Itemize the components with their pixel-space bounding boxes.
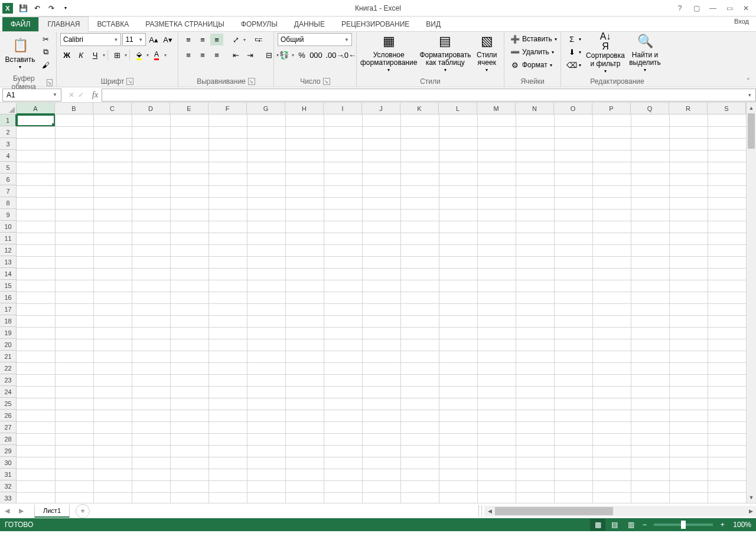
- scroll-up-icon[interactable]: ▲: [747, 103, 756, 113]
- row-header[interactable]: 26: [0, 410, 17, 421]
- row-header[interactable]: 8: [0, 197, 17, 209]
- save-icon[interactable]: 💾: [17, 2, 30, 15]
- cells-area[interactable]: [17, 115, 746, 503]
- column-header[interactable]: C: [93, 103, 132, 115]
- add-sheet-button[interactable]: +: [76, 504, 90, 518]
- find-select-button[interactable]: 🔍 Найти и выделить▾: [627, 33, 663, 73]
- normal-view-icon[interactable]: ▦: [590, 519, 605, 531]
- fx-icon[interactable]: fx: [89, 90, 102, 100]
- row-header[interactable]: 21: [0, 351, 17, 362]
- format-painter-icon[interactable]: 🖌: [39, 59, 52, 71]
- row-header[interactable]: 11: [0, 233, 17, 244]
- font-dialog-launcher[interactable]: ↘: [126, 78, 133, 85]
- row-header[interactable]: 29: [0, 445, 17, 457]
- select-all-corner[interactable]: [0, 103, 17, 115]
- fill-color-icon[interactable]: ⬙: [132, 49, 145, 61]
- insert-cells-button[interactable]: ➕Вставить▾: [508, 33, 559, 45]
- align-dialog-launcher[interactable]: ↘: [248, 78, 255, 85]
- scroll-right-icon[interactable]: ▶: [745, 506, 756, 516]
- clear-button[interactable]: ⌫▾: [565, 59, 584, 71]
- column-header[interactable]: G: [247, 103, 285, 115]
- cell-styles-button[interactable]: ▧ Стили ячеек▾: [474, 33, 500, 73]
- row-header[interactable]: 15: [0, 280, 17, 292]
- undo-icon[interactable]: ↶: [31, 2, 44, 15]
- column-header[interactable]: B: [55, 103, 93, 115]
- vscroll-thumb[interactable]: [748, 113, 755, 149]
- italic-button[interactable]: К: [74, 49, 87, 61]
- column-header[interactable]: J: [362, 103, 400, 115]
- sort-filter-button[interactable]: A↓Я Сортировка и фильтр▾: [586, 33, 625, 73]
- page-layout-view-icon[interactable]: ▤: [607, 519, 622, 531]
- row-header[interactable]: 5: [0, 162, 17, 174]
- align-center-icon[interactable]: ≡: [196, 49, 209, 61]
- font-size-combo[interactable]: 11▼: [122, 33, 146, 46]
- maximize-icon[interactable]: ▭: [722, 2, 737, 14]
- scroll-left-icon[interactable]: ◀: [484, 506, 495, 516]
- tab-data[interactable]: ДАННЫЕ: [286, 17, 333, 31]
- increase-indent-icon[interactable]: ⇥: [243, 49, 256, 61]
- column-header[interactable]: D: [132, 103, 170, 115]
- decrease-indent-icon[interactable]: ⇤: [229, 49, 242, 61]
- zoom-in-icon[interactable]: +: [718, 521, 727, 529]
- comma-format-icon[interactable]: 000: [309, 49, 322, 61]
- percent-format-icon[interactable]: %: [295, 49, 308, 61]
- minimize-icon[interactable]: —: [705, 2, 721, 14]
- format-cells-button[interactable]: ⚙Формат▾: [508, 59, 555, 71]
- border-icon[interactable]: ⊞: [110, 49, 123, 61]
- row-header[interactable]: 16: [0, 292, 17, 303]
- row-header[interactable]: 27: [0, 421, 17, 433]
- column-header[interactable]: M: [477, 103, 516, 115]
- row-header[interactable]: 19: [0, 327, 17, 339]
- copy-icon[interactable]: ⧉: [39, 46, 52, 58]
- row-header[interactable]: 33: [0, 492, 17, 503]
- sign-in-link[interactable]: Вход: [731, 18, 752, 25]
- tab-view[interactable]: ВИД: [418, 17, 449, 31]
- paste-button[interactable]: 📋 Вставить ▾: [4, 33, 37, 73]
- decrease-font-icon[interactable]: A▾: [161, 34, 174, 45]
- decrease-decimal-icon[interactable]: .0←: [343, 49, 356, 61]
- tab-page-layout[interactable]: РАЗМЕТКА СТРАНИЦЫ: [137, 17, 233, 31]
- tab-formulas[interactable]: ФОРМУЛЫ: [233, 17, 286, 31]
- align-left-icon[interactable]: ≡: [182, 49, 195, 61]
- row-header[interactable]: 2: [0, 126, 17, 138]
- row-header[interactable]: 7: [0, 185, 17, 197]
- tab-file[interactable]: ФАЙЛ: [2, 17, 38, 31]
- sheet-nav-next-icon[interactable]: ▶: [14, 504, 28, 518]
- column-header[interactable]: I: [324, 103, 362, 115]
- row-header[interactable]: 31: [0, 469, 17, 480]
- align-middle-icon[interactable]: ≡: [196, 34, 209, 45]
- column-header[interactable]: S: [708, 103, 746, 115]
- row-header[interactable]: 32: [0, 480, 17, 492]
- column-header[interactable]: A: [17, 103, 55, 115]
- row-header[interactable]: 3: [0, 138, 17, 150]
- row-header[interactable]: 10: [0, 221, 17, 233]
- zoom-level[interactable]: 100%: [733, 521, 751, 529]
- enter-formula-icon[interactable]: ✓: [78, 91, 84, 99]
- row-header[interactable]: 25: [0, 398, 17, 410]
- row-header[interactable]: 14: [0, 268, 17, 280]
- row-header[interactable]: 23: [0, 374, 17, 386]
- font-color-icon[interactable]: A: [150, 49, 163, 61]
- underline-button[interactable]: Ч: [89, 49, 102, 61]
- tab-review[interactable]: РЕЦЕНЗИРОВАНИЕ: [333, 17, 418, 31]
- orientation-icon[interactable]: ⤢: [229, 34, 242, 45]
- row-header[interactable]: 13: [0, 256, 17, 268]
- clipboard-dialog-launcher[interactable]: ↘: [47, 79, 53, 86]
- row-header[interactable]: 17: [0, 303, 17, 315]
- number-format-combo[interactable]: Общий▼: [278, 33, 352, 46]
- align-bottom-icon[interactable]: ≡: [210, 34, 223, 45]
- column-header[interactable]: K: [400, 103, 439, 115]
- fill-button[interactable]: ⬇▾: [565, 46, 584, 58]
- wrap-text-icon[interactable]: ⮓: [252, 34, 265, 45]
- row-header[interactable]: 30: [0, 457, 17, 469]
- row-header[interactable]: 24: [0, 386, 17, 398]
- column-header[interactable]: E: [170, 103, 208, 115]
- column-header[interactable]: O: [554, 103, 592, 115]
- tab-home[interactable]: ГЛАВНАЯ: [38, 17, 89, 32]
- bold-button[interactable]: Ж: [60, 49, 73, 61]
- row-header[interactable]: 20: [0, 339, 17, 351]
- cut-icon[interactable]: ✂: [39, 33, 52, 45]
- format-as-table-button[interactable]: ▤ Форматировать как таблицу▾: [419, 33, 471, 73]
- column-header[interactable]: P: [592, 103, 631, 115]
- align-right-icon[interactable]: ≡: [210, 49, 223, 61]
